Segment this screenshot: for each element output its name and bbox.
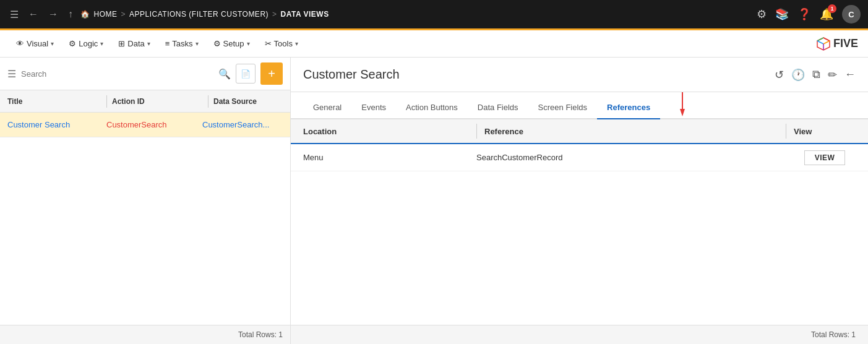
ref-table-header: Location Reference View [291,119,868,144]
arrow-annotation [664,89,701,120]
breadcrumb-current: DATA VIEWS [281,10,329,19]
page-title: Customer Search [303,67,775,82]
ref-col-view-header: View [794,127,856,136]
clock-icon[interactable]: 🕐 [791,68,805,82]
notification-badge: 1 [828,4,836,13]
edit-icon[interactable]: ✏ [828,68,837,82]
refresh-icon[interactable]: ↺ [775,68,784,82]
top-nav-bar: ☰ ← → ↑ 🏠 HOME > APPLICATIONS (FILTER CU… [0,0,868,28]
hamburger-menu-icon[interactable]: ☰ [7,6,21,23]
cell-title: Customer Search [7,120,106,129]
five-logo-container: FIVE [816,37,858,51]
tools-chevron: ▾ [295,40,298,47]
five-logo: FIVE [816,37,858,51]
top-nav-right: ⚙ 📚 ❓ 🔔 1 C [757,5,861,24]
add-button[interactable]: + [260,62,283,85]
ref-table-row[interactable]: Menu SearchCustomerRecord VIEW [291,144,868,171]
nav-logic-label: Logic [79,39,98,48]
nav-data-label: Data [127,39,144,48]
main-content: ☰ 🔍 📄 + Title Action ID Data Source Cust… [0,58,868,344]
right-panel: Customer Search ↺ 🕐 ⧉ ✏ ← General Events… [291,58,868,344]
visual-chevron: ▾ [51,40,54,47]
tab-action-buttons[interactable]: Action Buttons [396,97,468,119]
breadcrumb-sep2: > [272,10,277,19]
breadcrumb-sep1: > [121,10,126,19]
nav-logic[interactable]: ⚙ Logic ▾ [62,35,110,52]
nav-tasks-label: Tasks [172,39,192,48]
search-icon[interactable]: 🔍 [218,68,231,80]
col-datasource-header: Data Source [213,97,283,106]
right-panel-footer: Total Rows: 1 [291,325,868,344]
home-icon: 🏠 [80,10,90,19]
document-icon[interactable]: 📄 [236,64,256,84]
secondary-nav: 👁 Visual ▾ ⚙ Logic ▾ ⊞ Data ▾ ≡ Tasks ▾ … [0,30,868,58]
data-icon: ⊞ [118,39,125,48]
nav-tools[interactable]: ✂ Tools ▾ [259,35,304,52]
settings-icon[interactable]: ⚙ [757,7,767,21]
left-panel-footer: Total Rows: 1 [0,325,290,344]
logic-icon: ⚙ [69,39,76,48]
table-row[interactable]: Customer Search CustomerSearch CustomerS… [0,113,290,137]
setup-chevron: ▾ [247,40,250,47]
data-chevron: ▾ [147,40,150,47]
svg-line-1 [823,38,830,41]
nav-setup-label: Setup [223,39,244,48]
tabs-bar: General Events Action Buttons Data Field… [291,92,868,119]
tab-references[interactable]: References [597,97,660,119]
visual-icon: 👁 [16,39,24,48]
ref-cell-location: Menu [303,153,476,162]
breadcrumb: 🏠 HOME > APPLICATIONS (FILTER CUSTOMER) … [80,10,329,19]
nav-setup[interactable]: ⚙ Setup ▾ [207,35,256,52]
notification-icon[interactable]: 🔔 1 [820,7,833,21]
nav-data[interactable]: ⊞ Data ▾ [112,35,156,52]
col-sep-1 [106,95,107,108]
setup-icon: ⚙ [213,39,221,48]
tasks-chevron: ▾ [196,40,199,47]
five-logo-icon [816,37,831,51]
up-icon[interactable]: ↑ [66,6,75,22]
back-arrow-icon[interactable]: ← [844,68,856,81]
ref-col-reference-header: Reference [484,127,786,136]
ref-col-location-header: Location [303,127,476,136]
col-sep-2 [208,95,208,108]
svg-line-4 [823,41,830,44]
forward-icon[interactable]: → [46,6,61,22]
ref-cell-reference: SearchCustomerRecord [476,153,794,162]
filter-icon: ☰ [7,68,16,80]
tools-icon: ✂ [265,39,272,48]
avatar[interactable]: C [842,5,861,24]
breadcrumb-home[interactable]: HOME [94,10,118,19]
svg-line-3 [817,41,823,44]
ref-col-sep2 [786,124,786,139]
content-area: Location Reference View Menu SearchCusto… [291,119,868,325]
right-panel-header: Customer Search ↺ 🕐 ⧉ ✏ ← [291,58,868,92]
nav-tools-label: Tools [274,39,293,48]
help-icon[interactable]: ❓ [797,7,811,21]
ref-cell-view-container: VIEW [794,150,856,165]
search-bar: ☰ 🔍 📄 + [0,58,290,90]
tab-screen-fields[interactable]: Screen Fields [528,97,597,119]
five-logo-text: FIVE [833,37,858,50]
nav-visual[interactable]: 👁 Visual ▾ [10,35,60,52]
tasks-icon: ≡ [165,39,170,48]
col-title-header: Title [7,97,106,106]
cell-datasource: CustomerSearch... [202,120,283,129]
col-action-id-header: Action ID [112,97,208,106]
nav-tasks[interactable]: ≡ Tasks ▾ [159,35,205,52]
back-icon[interactable]: ← [26,6,41,22]
tab-events[interactable]: Events [351,97,396,119]
left-panel: ☰ 🔍 📄 + Title Action ID Data Source Cust… [0,58,291,344]
tab-data-fields[interactable]: Data Fields [468,97,528,119]
tab-general[interactable]: General [303,97,351,119]
svg-line-2 [817,38,823,41]
breadcrumb-applications[interactable]: APPLICATIONS (FILTER CUSTOMER) [129,10,269,19]
table-header: Title Action ID Data Source [0,90,290,113]
books-icon[interactable]: 📚 [775,7,789,21]
view-button[interactable]: VIEW [804,150,846,165]
ref-col-sep1 [476,124,477,139]
copy-icon[interactable]: ⧉ [812,68,820,81]
cell-action-id: CustomerSearch [106,120,202,129]
logic-chevron: ▾ [100,40,103,47]
search-input[interactable] [21,69,213,79]
right-panel-actions: ↺ 🕐 ⧉ ✏ ← [775,68,856,82]
